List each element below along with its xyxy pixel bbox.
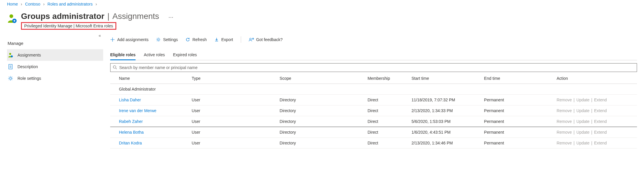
update-link[interactable]: Update (576, 98, 589, 102)
column-end-time[interactable]: End time (482, 73, 554, 84)
extend-link[interactable]: Extend (594, 98, 607, 102)
update-link[interactable]: Update (576, 119, 589, 124)
cell-end: Permanent (482, 116, 554, 127)
toolbar: Add assignments Settings Refresh (110, 33, 637, 46)
feedback-label: Got feedback? (256, 37, 283, 42)
svg-point-0 (10, 14, 13, 18)
collapse-sidebar-button[interactable]: « (99, 33, 101, 38)
assignments-table: NameTypeScopeMembershipStart timeEnd tim… (110, 73, 637, 149)
remove-link[interactable]: Remove (557, 141, 572, 145)
page-subtitle: Privileged Identity Manage | Microsoft E… (24, 24, 113, 28)
svg-point-12 (250, 38, 251, 40)
search-box[interactable] (110, 63, 637, 72)
column-name[interactable]: Name (110, 73, 189, 84)
tab-expired-roles[interactable]: Expired roles (173, 50, 197, 60)
breadcrumb-home[interactable]: Home (7, 2, 18, 6)
page-header: Groups administrator | Assignments ··· P… (7, 12, 644, 30)
extend-link[interactable]: Extend (594, 130, 607, 135)
breadcrumb-contoso[interactable]: Contoso (25, 2, 40, 6)
cell-start: 1/6/2020, 4:43:51 PM (409, 127, 482, 138)
export-label: Export (221, 37, 233, 42)
refresh-label: Refresh (192, 37, 207, 42)
tab-eligible-roles[interactable]: Eligible roles (110, 50, 136, 60)
member-link[interactable]: Dritan Kodra (119, 141, 142, 145)
column-type[interactable]: Type (189, 73, 277, 84)
refresh-button[interactable]: Refresh (185, 37, 207, 42)
remove-link[interactable]: Remove (557, 119, 572, 124)
update-link[interactable]: Update (576, 130, 589, 135)
add-assignments-button[interactable]: Add assignments (110, 37, 148, 42)
chevron-right-icon: › (21, 2, 22, 6)
sidebar-item-assignments[interactable]: Assignments (7, 49, 103, 61)
table-row[interactable]: Irene van der MerweUserDirectoryDirect2/… (110, 105, 637, 116)
column-membership[interactable]: Membership (365, 73, 409, 84)
cell-scope: Directory (277, 116, 365, 127)
more-actions-button[interactable]: ··· (169, 14, 173, 20)
add-assignments-label: Add assignments (117, 37, 148, 42)
table-row[interactable]: Dritan KodraUserDirectoryDirect2/13/2020… (110, 138, 637, 149)
table-row[interactable]: Lisha DaherUserDirectoryDirect11/18/2019… (110, 95, 637, 105)
cell-membership: Direct (365, 105, 409, 116)
refresh-icon (185, 37, 190, 42)
gear-icon (156, 37, 161, 42)
cell-end: Permanent (482, 127, 554, 138)
cell-type: User (189, 138, 277, 149)
cell-scope: Directory (277, 105, 365, 116)
settings-button[interactable]: Settings (156, 37, 178, 42)
cell-scope: Directory (277, 95, 365, 105)
table-row[interactable]: Helena BothaUserDirectoryDirect1/6/2020,… (110, 127, 637, 138)
page-title-thin: Assignments (113, 12, 159, 21)
extend-link[interactable]: Extend (594, 141, 607, 145)
member-link[interactable]: Irene van der Merwe (119, 108, 156, 113)
download-icon (214, 37, 219, 42)
cell-start: 2/13/2020, 1:34:33 PM (409, 105, 482, 116)
svg-point-15 (113, 66, 116, 68)
cell-membership: Direct (365, 95, 409, 105)
export-button[interactable]: Export (214, 37, 233, 42)
sidebar-item-label: Description (17, 64, 38, 69)
gear-icon (8, 76, 13, 81)
column-action[interactable]: Action (554, 73, 637, 84)
sidebar-item-description[interactable]: Description (7, 61, 103, 73)
breadcrumb-roles[interactable]: Roles and administrators (48, 2, 93, 6)
feedback-button[interactable]: ? Got feedback? (249, 37, 283, 42)
sidebar: « Manage AssignmentsDescriptionRole sett… (7, 33, 103, 149)
member-link[interactable]: Lisha Daher (119, 98, 141, 102)
svg-rect-3 (14, 20, 15, 22)
svg-line-16 (116, 68, 117, 69)
cell-actions: Remove|Update|Extend (554, 95, 637, 105)
cell-start: 2/13/2020, 1:34:46 PM (409, 138, 482, 149)
sidebar-item-role-settings[interactable]: Role settings (7, 73, 103, 84)
extend-link[interactable]: Extend (594, 108, 607, 113)
cell-scope: Directory (277, 127, 365, 138)
sidebar-section-manage: Manage (7, 41, 103, 46)
cell-actions: Remove|Update|Extend (554, 127, 637, 138)
column-start-time[interactable]: Start time (409, 73, 482, 84)
cell-type: User (189, 95, 277, 105)
extend-link[interactable]: Extend (594, 119, 607, 124)
tab-active-roles[interactable]: Active roles (144, 50, 165, 60)
cell-membership: Direct (365, 116, 409, 127)
cell-type: User (189, 127, 277, 138)
chevron-right-icon: › (43, 2, 45, 6)
column-scope[interactable]: Scope (277, 73, 365, 84)
sidebar-item-label: Assignments (17, 53, 41, 57)
member-link[interactable]: Helena Botha (119, 130, 144, 135)
member-link[interactable]: Rabeh Zaher (119, 119, 143, 124)
cell-actions: Remove|Update|Extend (554, 105, 637, 116)
remove-link[interactable]: Remove (557, 130, 572, 135)
doc-icon (8, 64, 13, 69)
subtitle-highlight: Privileged Identity Manage | Microsoft E… (21, 22, 116, 30)
table-row[interactable]: Rabeh ZaherUserDirectoryDirect5/6/2020, … (110, 116, 637, 127)
toolbar-divider (241, 36, 241, 43)
cell-end: Permanent (482, 105, 554, 116)
update-link[interactable]: Update (576, 108, 589, 113)
group-header: Global Administrator (110, 84, 637, 95)
update-link[interactable]: Update (576, 141, 589, 145)
search-input[interactable] (119, 65, 634, 70)
remove-link[interactable]: Remove (557, 108, 572, 113)
feedback-icon: ? (249, 37, 254, 42)
svg-point-11 (157, 39, 159, 40)
remove-link[interactable]: Remove (557, 98, 572, 102)
tabs: Eligible rolesActive rolesExpired roles (110, 50, 637, 60)
